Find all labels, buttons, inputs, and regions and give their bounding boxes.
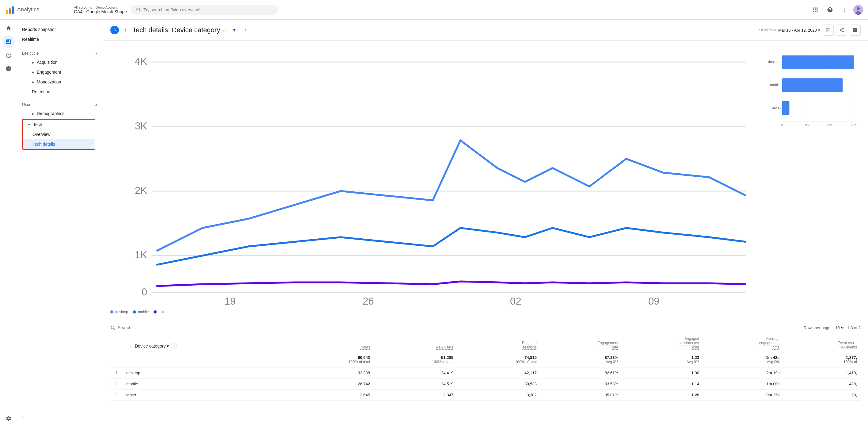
table-totals-row: 60,643 100% of total 51,285 100% of tota…	[110, 352, 861, 367]
svg-line-51	[114, 329, 115, 330]
svg-rect-9	[815, 9, 815, 10]
svg-text:20K: 20K	[827, 123, 833, 127]
sidebar-item-realtime-label: Realtime	[22, 37, 39, 42]
svg-rect-39	[782, 55, 854, 69]
col-new-users[interactable]: New users	[374, 334, 457, 352]
chart-type-button[interactable]	[823, 25, 834, 36]
col-users[interactable]: ↓ Users	[290, 334, 374, 352]
user-avatar[interactable]	[853, 5, 863, 15]
table-search[interactable]	[110, 325, 171, 330]
warning-icon: ⚠	[222, 27, 227, 33]
apps-icon-button[interactable]	[809, 4, 822, 16]
page-title-area: Tech details: Device category ⚠ ▾ +	[132, 26, 249, 34]
svg-rect-41	[782, 101, 789, 115]
add-comparison-button[interactable]: +	[121, 26, 130, 34]
main-layout: Reports snapshot Realtime Life cycle ▲ ▶…	[0, 20, 868, 427]
sidebar-item-overview[interactable]: Overview	[23, 130, 95, 139]
app-title: Analytics	[17, 6, 39, 13]
rows-per-page-select[interactable]: 10 25 50	[834, 325, 845, 331]
title-add-button[interactable]: +	[241, 26, 249, 34]
tech-chevron-icon: ▼	[28, 123, 31, 126]
lifecycle-section-header[interactable]: Life cycle ▲	[22, 49, 98, 57]
sidebar-footer: ‹	[17, 412, 103, 422]
svg-text:26: 26	[363, 295, 374, 307]
page-header-left: A + Tech details: Device category ⚠ ▾ +	[110, 26, 249, 34]
sidebar-item-engagement[interactable]: ▶ Engagement	[22, 67, 98, 77]
nav-advertising-button[interactable]	[2, 63, 15, 75]
col-engagement-rate[interactable]: Engagement rate	[540, 334, 622, 352]
col-engaged-sessions[interactable]: Engaged sessions	[457, 334, 540, 352]
sidebar-item-tech[interactable]: ▼ Tech	[23, 120, 95, 130]
account-selector[interactable]: GA4 - Google Merch Shop ▾	[74, 9, 127, 14]
add-dimension-button[interactable]: +	[171, 343, 177, 349]
table-search-icon	[110, 325, 115, 330]
content-area: A + Tech details: Device category ⚠ ▾ + …	[103, 20, 868, 427]
table-search-input[interactable]	[118, 325, 171, 330]
svg-rect-8	[813, 9, 814, 10]
title-dropdown-button[interactable]: ▾	[230, 26, 239, 34]
svg-rect-1	[9, 8, 11, 14]
svg-rect-6	[815, 7, 815, 8]
lifecycle-section: Life cycle ▲ ▶ Acquisition ▶ Engagement …	[17, 47, 103, 98]
svg-text:tablet: tablet	[772, 105, 781, 109]
svg-rect-5	[813, 7, 814, 8]
breadcrumb: All accounts › Demo Account	[74, 5, 127, 9]
svg-rect-11	[813, 11, 814, 12]
acquisition-chevron-icon: ▶	[32, 61, 34, 64]
logo-area: Analytics	[5, 5, 66, 15]
red-arrow-icon: →	[126, 343, 132, 349]
bar-chart-icon	[5, 39, 12, 45]
sidebar-item-tech-details[interactable]: Tech details	[23, 139, 95, 149]
account-chevron-icon: ▾	[126, 10, 127, 13]
search-icon	[136, 7, 141, 12]
table-body: 60,643 100% of total 51,285 100% of tota…	[110, 352, 861, 400]
svg-text:3K: 3K	[135, 120, 147, 132]
svg-text:19: 19	[224, 295, 236, 307]
svg-text:1K: 1K	[135, 249, 147, 260]
nav-settings-button[interactable]	[2, 412, 15, 425]
svg-rect-13	[816, 11, 817, 12]
sidebar-item-retention[interactable]: Retention	[22, 87, 98, 96]
sidebar-collapse-button[interactable]: ‹	[22, 414, 24, 420]
dimension-dropdown[interactable]: Device category ▾	[135, 344, 169, 348]
sidebar-item-demographics[interactable]: ▶ Demographics	[22, 109, 98, 118]
engagement-chevron-icon: ▶	[32, 70, 34, 74]
lifecycle-chevron-icon: ▲	[95, 52, 98, 55]
top-header: Analytics All accounts › Demo Account GA…	[0, 0, 868, 20]
svg-point-16	[844, 11, 845, 12]
sidebar-item-monetization[interactable]: ▶ Monetization	[22, 77, 98, 87]
help-icon-button[interactable]	[824, 4, 836, 16]
col-device-header[interactable]: → Device category ▾ +	[123, 334, 290, 352]
bar-chart-svg: desktop mobile tablet 0 10K 20K 30K	[763, 48, 861, 140]
bar-chart: desktop mobile tablet 0 10K 20K 30K	[763, 48, 861, 314]
svg-text:0: 0	[781, 123, 783, 127]
nav-explore-button[interactable]	[2, 49, 15, 61]
data-table: → Device category ▾ + ↓ Us	[110, 334, 861, 401]
date-range-label: Last 28 days	[757, 28, 776, 32]
svg-text:desktop: desktop	[768, 59, 781, 63]
user-section-header[interactable]: User ▲	[22, 100, 98, 109]
svg-point-18	[857, 7, 860, 10]
dimension-dropdown-icon: ▾	[167, 344, 169, 348]
nav-home-button[interactable]	[2, 22, 15, 34]
share-button[interactable]	[836, 25, 847, 36]
svg-rect-12	[815, 11, 815, 12]
col-sessions-per-user[interactable]: Engaged sessions per user	[622, 334, 703, 352]
svg-text:09: 09	[648, 295, 659, 307]
search-input[interactable]	[144, 7, 273, 12]
more-icon-button[interactable]	[839, 4, 851, 16]
advertising-icon	[5, 66, 12, 72]
col-event-count[interactable]: Event cou... All events	[783, 334, 861, 352]
global-search[interactable]	[131, 5, 278, 15]
svg-text:30K: 30K	[851, 123, 857, 127]
col-avg-engagement[interactable]: Average engagement time	[703, 334, 783, 352]
sidebar-item-realtime[interactable]: Realtime	[17, 34, 103, 44]
sidebar-item-snapshot[interactable]: Reports snapshot	[17, 25, 103, 34]
nav-reports-button[interactable]	[2, 36, 15, 48]
rows-per-page: Rows per page: 10 25 50 1-3 of 3	[804, 325, 861, 331]
expand-button[interactable]	[849, 25, 861, 36]
svg-point-15	[844, 9, 845, 10]
chart-icon	[826, 27, 831, 33]
sidebar-item-acquisition[interactable]: ▶ Acquisition	[22, 57, 98, 67]
date-range-picker[interactable]: Mar 16 - Apr 12, 2023 ▾	[778, 28, 820, 32]
